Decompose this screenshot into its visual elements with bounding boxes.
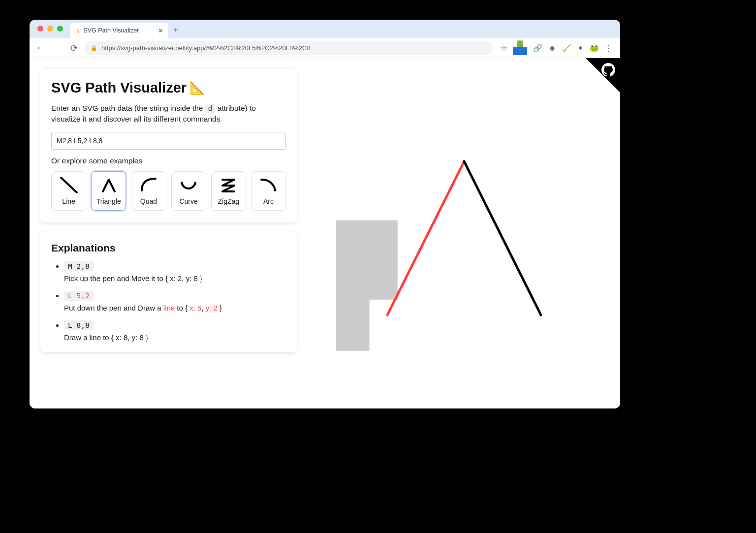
window-controls bbox=[37, 26, 63, 31]
ghost-icon[interactable]: ☻ bbox=[548, 44, 556, 52]
explanation-item[interactable]: L 5,2Put down the pen and Draw a line to… bbox=[64, 291, 286, 312]
visualization-column bbox=[308, 58, 620, 408]
url-text: https://svg-path-visualizer.netlify.app/… bbox=[101, 44, 311, 52]
new-tab-button[interactable]: + bbox=[173, 25, 179, 35]
examples-row: LineTriangleQuadCurveZigZagArc bbox=[51, 171, 286, 211]
explanation-item[interactable]: L 8,8Draw a line to { x: 8, y: 8 } bbox=[64, 321, 286, 342]
explanations-list: M 2,8Pick up the pen and Move it to { x:… bbox=[51, 262, 286, 342]
example-arc[interactable]: Arc bbox=[251, 171, 286, 211]
command-code: L 8,8 bbox=[64, 320, 94, 330]
example-label: Curve bbox=[179, 197, 197, 205]
command-code: L 5,2 bbox=[64, 291, 94, 301]
example-curve[interactable]: Curve bbox=[171, 171, 206, 211]
example-label: Triangle bbox=[96, 197, 121, 205]
star-icon[interactable]: ☆ bbox=[501, 44, 507, 53]
avatar-icon[interactable]: 🐸 bbox=[590, 44, 599, 53]
d-attr-code: d bbox=[205, 104, 215, 113]
example-quad[interactable]: Quad bbox=[131, 171, 166, 211]
example-thumb-icon bbox=[258, 176, 278, 194]
path-input[interactable] bbox=[51, 132, 286, 150]
browser-tab[interactable]: ∩ SVG Path Visualizer ✕ bbox=[70, 23, 168, 38]
description: Enter an SVG path data (the string insid… bbox=[51, 103, 286, 125]
command-code: M 2,8 bbox=[64, 261, 94, 271]
left-column: SVG Path Visualizer 📐 Enter an SVG path … bbox=[30, 58, 308, 408]
explanation-item[interactable]: M 2,8Pick up the pen and Move it to { x:… bbox=[64, 262, 286, 282]
ruler-icon: 📐 bbox=[189, 80, 205, 95]
lock-icon: 🔒 bbox=[91, 45, 97, 51]
explanation-detail: Pick up the pen and Move it to { x: 2, y… bbox=[64, 274, 286, 282]
explanations-card: Explanations M 2,8Pick up the pen and Mo… bbox=[40, 231, 297, 352]
forward-button[interactable]: → bbox=[51, 43, 63, 53]
puzzle-icon[interactable]: ✦ bbox=[577, 44, 584, 53]
title-bar: ∩ SVG Path Visualizer ✕ + bbox=[30, 20, 620, 38]
link-icon[interactable]: 🔗 bbox=[533, 44, 542, 53]
explanations-heading: Explanations bbox=[51, 242, 286, 254]
maximize-window-button[interactable] bbox=[57, 26, 63, 31]
example-label: Arc bbox=[263, 197, 274, 205]
path-segment-highlighted bbox=[387, 161, 464, 315]
path-visualization bbox=[336, 110, 592, 366]
tab-close-button[interactable]: ✕ bbox=[158, 27, 163, 34]
page-title: SVG Path Visualizer 📐 bbox=[51, 80, 286, 96]
example-label: ZigZag bbox=[218, 197, 239, 205]
example-thumb-icon bbox=[139, 176, 158, 194]
tab-favicon-icon: ∩ bbox=[75, 27, 79, 34]
minimize-window-button[interactable] bbox=[47, 26, 53, 31]
example-thumb-icon bbox=[99, 176, 119, 194]
extension-badge-icon[interactable]: 🟩 326 bbox=[513, 41, 527, 55]
extension-icons: ☆ 🟩 326 🔗 ☻ 🧹 ✦ 🐸 ⋮ bbox=[498, 41, 615, 55]
browser-window: ∩ SVG Path Visualizer ✕ + ← → ⟳ 🔒 https:… bbox=[30, 20, 620, 408]
kebab-menu-button[interactable]: ⋮ bbox=[605, 44, 612, 53]
example-thumb-icon bbox=[179, 176, 198, 194]
origin-axes bbox=[346, 220, 369, 300]
tab-title: SVG Path Visualizer bbox=[83, 27, 139, 34]
page-content: SVG Path Visualizer 📐 Enter an SVG path … bbox=[30, 58, 620, 408]
back-button[interactable]: ← bbox=[34, 43, 46, 53]
example-triangle[interactable]: Triangle bbox=[91, 171, 126, 211]
examples-label: Or explore some examples bbox=[51, 157, 286, 165]
example-label: Line bbox=[62, 197, 75, 205]
explanation-detail: Draw a line to { x: 8, y: 8 } bbox=[64, 333, 286, 342]
reload-button[interactable]: ⟳ bbox=[68, 43, 80, 54]
broom-icon[interactable]: 🧹 bbox=[562, 44, 571, 53]
close-window-button[interactable] bbox=[37, 26, 43, 31]
address-bar[interactable]: 🔒 https://svg-path-visualizer.netlify.ap… bbox=[85, 41, 493, 55]
example-thumb-icon bbox=[219, 176, 238, 194]
example-zigzag[interactable]: ZigZag bbox=[211, 171, 246, 211]
explanation-detail: Put down the pen and Draw a line to { x:… bbox=[64, 304, 286, 312]
input-card: SVG Path Visualizer 📐 Enter an SVG path … bbox=[40, 69, 297, 222]
example-thumb-icon bbox=[59, 176, 79, 194]
example-label: Quad bbox=[140, 197, 157, 205]
path-segment bbox=[464, 161, 541, 315]
example-line[interactable]: Line bbox=[51, 171, 86, 211]
browser-toolbar: ← → ⟳ 🔒 https://svg-path-visualizer.netl… bbox=[30, 38, 620, 58]
